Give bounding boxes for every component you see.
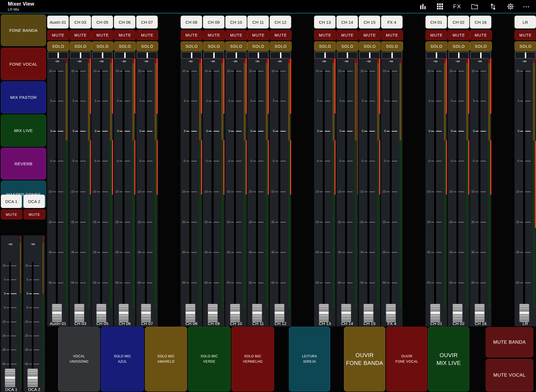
settings-gear-icon[interactable] — [504, 2, 516, 11]
channel-solo-button[interactable]: SOLO — [114, 41, 136, 51]
pan-slider[interactable] — [448, 52, 469, 59]
channel-solo-button[interactable]: SOLO — [336, 41, 358, 51]
channel-fader-handle[interactable] — [252, 304, 262, 322]
channel-mute-button[interactable]: MUTE — [515, 30, 536, 40]
channel-mute-button[interactable]: MUTE — [47, 30, 69, 40]
channel-mute-button[interactable]: MUTE — [247, 30, 269, 40]
channel-solo-button[interactable]: SOLO — [515, 41, 536, 51]
channel-name-button[interactable]: CH 09 — [203, 16, 224, 28]
channel-mute-button[interactable]: MUTE — [381, 30, 403, 40]
channel-solo-button[interactable]: SOLO — [47, 41, 69, 51]
channel-solo-button[interactable]: SOLO — [359, 41, 381, 51]
more-options-icon[interactable]: ... — [520, 2, 533, 11]
folder-icon[interactable] — [468, 2, 481, 11]
channel-fader-handle[interactable] — [119, 304, 129, 322]
channel-mute-button[interactable]: MUTE — [203, 30, 225, 40]
sidebar-bus-fone-vocal[interactable]: FONE VOCAL — [1, 48, 46, 80]
channel-fader-handle[interactable] — [341, 304, 351, 322]
sidebar-bus-mix-pastor[interactable]: MIX PASTOR — [1, 81, 46, 113]
pan-slider[interactable] — [114, 52, 135, 59]
channel-fader-handle[interactable] — [386, 304, 396, 322]
channel-name-button[interactable]: LR — [515, 16, 536, 28]
channel-solo-button[interactable]: SOLO — [136, 41, 158, 51]
channel-mute-button[interactable]: MUTE — [270, 30, 292, 40]
mute-vocal-button[interactable]: MUTE VOCAL — [486, 359, 533, 391]
channel-fader-handle[interactable] — [475, 304, 485, 322]
channel-solo-button[interactable]: SOLO — [181, 41, 203, 51]
bottom-button-leitura-igreja[interactable]: LEITURAIGREJA — [289, 327, 330, 391]
pan-slider[interactable] — [48, 52, 68, 59]
channel-name-button[interactable]: CH 05 — [92, 16, 113, 28]
channel-name-button[interactable]: CH 06 — [114, 16, 135, 28]
meter-bars-icon[interactable] — [417, 2, 429, 11]
pan-slider[interactable] — [359, 52, 380, 59]
pan-slider[interactable] — [337, 52, 357, 59]
channel-name-button[interactable]: CH 15 — [359, 16, 380, 28]
bottom-button-vocal-unissono[interactable]: VOCALUNISSONO — [58, 327, 100, 391]
channel-fader-handle[interactable] — [96, 304, 106, 322]
channel-mute-button[interactable]: MUTE — [448, 30, 470, 40]
channel-mute-button[interactable]: MUTE — [225, 30, 247, 40]
sidebar-bus-mix-live[interactable]: MIX LIVE — [1, 114, 46, 147]
channel-fader-handle[interactable] — [52, 304, 62, 322]
channel-name-button[interactable]: AuxIn 01 — [47, 16, 69, 28]
pan-slider[interactable] — [70, 52, 90, 59]
channel-name-button[interactable]: CH 16 — [470, 16, 491, 28]
channel-name-button[interactable]: CH 11 — [247, 16, 269, 28]
bottom-button-ouvir-fone-banda[interactable]: OUVIRFONE BANDA — [344, 327, 385, 391]
channel-fader-handle[interactable] — [363, 304, 374, 322]
channel-mute-button[interactable]: MUTE — [470, 30, 492, 40]
pan-slider[interactable] — [270, 52, 291, 59]
channel-fader-handle[interactable] — [230, 304, 240, 322]
channel-mute-button[interactable]: MUTE — [70, 30, 92, 40]
channel-name-button[interactable]: CH 13 — [314, 16, 336, 28]
dca-select-button-2[interactable]: DCA 2 — [23, 195, 45, 208]
channel-name-button[interactable]: CH 02 — [448, 16, 469, 28]
channel-mute-button[interactable]: MUTE — [136, 30, 158, 40]
channel-solo-button[interactable]: SOLO — [225, 41, 247, 51]
mute-banda-button[interactable]: MUTE BANDA — [486, 327, 533, 357]
bottom-button-ouvir-mix-live[interactable]: OUVIRMIX LIVE — [428, 327, 469, 391]
channel-fader-handle[interactable] — [274, 304, 284, 322]
channel-solo-button[interactable]: SOLO — [203, 41, 225, 51]
channel-fader-handle[interactable] — [141, 304, 151, 322]
channel-fader-handle[interactable] — [319, 304, 329, 322]
grid-icon[interactable] — [434, 2, 446, 11]
bottom-button-ouvir-fone-vocal[interactable]: OUVIRFONE VOCAL — [386, 327, 427, 391]
channel-fader-handle[interactable] — [208, 304, 218, 322]
bottom-button-solo-mic-verde[interactable]: SOLO MICVERDE — [188, 327, 231, 391]
channel-mute-button[interactable]: MUTE — [314, 30, 336, 40]
sidebar-bus-fone-banda[interactable]: FONE BANDA — [1, 15, 46, 46]
channel-mute-button[interactable]: MUTE — [336, 30, 358, 40]
fx-icon[interactable]: FX — [451, 2, 463, 11]
channel-solo-button[interactable]: SOLO — [470, 41, 492, 51]
pan-slider[interactable] — [470, 52, 491, 59]
pan-slider[interactable] — [92, 52, 113, 59]
dca-select-button-1[interactable]: DCA 1 — [1, 195, 22, 208]
channel-fader-handle[interactable] — [453, 304, 463, 322]
pan-slider[interactable] — [137, 52, 157, 59]
channel-name-button[interactable]: CH 07 — [136, 16, 158, 28]
channel-solo-button[interactable]: SOLO — [92, 41, 114, 51]
pan-slider[interactable] — [248, 52, 268, 59]
pan-slider[interactable] — [382, 52, 402, 59]
channel-name-button[interactable]: CH 01 — [425, 16, 447, 28]
dca-mute-button-1[interactable]: MUTE — [1, 209, 22, 219]
channel-name-button[interactable]: FX 4 — [381, 16, 403, 28]
channel-mute-button[interactable]: MUTE — [359, 30, 381, 40]
pan-slider[interactable] — [426, 52, 446, 59]
bottom-button-solo-mic-azul[interactable]: SOLO MICAZUL — [101, 327, 144, 391]
pan-slider[interactable] — [226, 52, 246, 59]
channel-name-button[interactable]: CH 10 — [225, 16, 247, 28]
channel-fader-handle[interactable] — [74, 304, 84, 322]
pan-slider[interactable] — [315, 52, 335, 59]
pan-slider[interactable] — [181, 52, 202, 59]
channel-fader-handle[interactable] — [185, 304, 195, 322]
swap-vertical-icon[interactable] — [487, 2, 499, 11]
channel-solo-button[interactable]: SOLO — [70, 41, 92, 51]
dca-mute-button-2[interactable]: MUTE — [23, 209, 46, 219]
channel-fader-handle[interactable] — [430, 304, 440, 322]
channel-solo-button[interactable]: SOLO — [247, 41, 269, 51]
channel-mute-button[interactable]: MUTE — [181, 30, 203, 40]
channel-solo-button[interactable]: SOLO — [448, 41, 470, 51]
